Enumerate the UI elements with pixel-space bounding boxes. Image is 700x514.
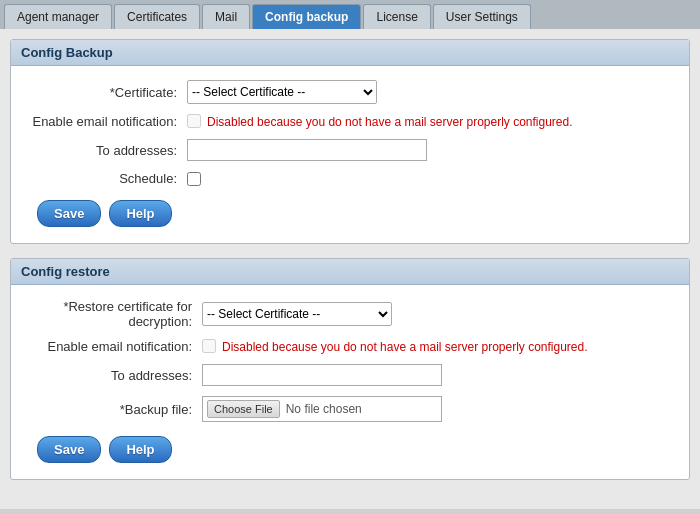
backup-to-addresses-input[interactable] [187,139,427,161]
restore-to-addresses-input[interactable] [202,364,442,386]
restore-file-chosen-text: No file chosen [286,402,362,416]
restore-email-checkbox[interactable] [202,339,216,353]
config-restore-body: *Restore certificate for decryption: -- … [11,285,689,479]
backup-email-checkbox[interactable] [187,114,201,128]
config-restore-header: Config restore [11,259,689,285]
restore-backup-file-row: *Backup file: Choose File No file chosen [27,396,673,422]
restore-email-row: Enable email notification: Disabled beca… [27,339,673,354]
config-backup-header: Config Backup [11,40,689,66]
backup-to-addresses-row: To addresses: [27,139,673,161]
restore-backup-file-label: *Backup file: [27,402,202,417]
backup-btn-row: Save Help [27,200,673,227]
backup-schedule-checkbox[interactable] [187,172,201,186]
restore-email-label: Enable email notification: [27,339,202,354]
tab-license[interactable]: License [363,4,430,29]
tab-config-backup[interactable]: Config backup [252,4,361,29]
backup-to-addresses-label: To addresses: [27,143,187,158]
config-restore-card: Config restore *Restore certificate for … [10,258,690,480]
restore-choose-file-button[interactable]: Choose File [207,400,280,418]
tab-agent-manager[interactable]: Agent manager [4,4,112,29]
backup-help-button[interactable]: Help [109,200,171,227]
backup-email-cell: Disabled because you do not have a mail … [187,114,573,129]
tab-certificates[interactable]: Certificates [114,4,200,29]
restore-certificate-select[interactable]: -- Select Certificate -- [202,302,392,326]
restore-to-addresses-row: To addresses: [27,364,673,386]
backup-email-disabled-msg: Disabled because you do not have a mail … [207,115,573,129]
restore-certificate-label: *Restore certificate for decryption: [27,299,202,329]
restore-save-button[interactable]: Save [37,436,101,463]
backup-schedule-label: Schedule: [27,171,187,186]
restore-email-cell: Disabled because you do not have a mail … [202,339,588,354]
restore-file-input-wrap: Choose File No file chosen [202,396,442,422]
restore-to-addresses-label: To addresses: [27,368,202,383]
tab-bar: Agent manager Certificates Mail Config b… [0,0,700,29]
content-area: Config Backup *Certificate: -- Select Ce… [0,29,700,509]
tab-mail[interactable]: Mail [202,4,250,29]
restore-email-disabled-msg: Disabled because you do not have a mail … [222,340,588,354]
backup-save-button[interactable]: Save [37,200,101,227]
restore-btn-row: Save Help [27,436,673,463]
backup-certificate-select[interactable]: -- Select Certificate -- [187,80,377,104]
backup-certificate-label: *Certificate: [27,85,187,100]
backup-email-row: Enable email notification: Disabled beca… [27,114,673,129]
config-backup-card: Config Backup *Certificate: -- Select Ce… [10,39,690,244]
config-backup-body: *Certificate: -- Select Certificate -- E… [11,66,689,243]
restore-help-button[interactable]: Help [109,436,171,463]
tab-user-settings[interactable]: User Settings [433,4,531,29]
backup-email-label: Enable email notification: [27,114,187,129]
backup-certificate-row: *Certificate: -- Select Certificate -- [27,80,673,104]
backup-schedule-row: Schedule: [27,171,673,186]
restore-certificate-row: *Restore certificate for decryption: -- … [27,299,673,329]
